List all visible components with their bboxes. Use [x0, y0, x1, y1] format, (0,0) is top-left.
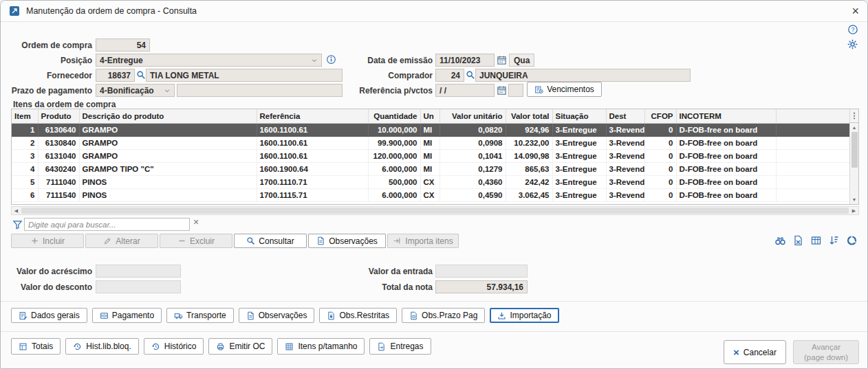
cell-quantidade: 500,000 — [368, 175, 420, 188]
cell-descricao-do-produto: GRAMPO — [79, 123, 257, 136]
importa-itens-button[interactable]: Importa itens — [387, 234, 459, 248]
payment-term-value: 4-Bonificação — [100, 86, 154, 96]
totais-button[interactable]: Totais — [11, 338, 61, 355]
column-options-icon[interactable]: ⋮ — [850, 109, 858, 123]
cell-descricao-do-produto: PINOS — [79, 175, 257, 188]
column-header-cfop[interactable]: CFOP — [644, 109, 676, 123]
sort-icon[interactable] — [828, 235, 840, 246]
scroll-up-icon[interactable]: ▲ — [850, 123, 858, 132]
issue-date-label: Data de emissão — [296, 56, 433, 65]
tab-label: Dados gerais — [31, 311, 80, 320]
hist-lib-bloq-button[interactable]: Hist.lib.bloq. — [65, 338, 138, 355]
table-row[interactable]: 26130840GRAMPO1600.1100.6199.900,000MI0,… — [12, 136, 849, 149]
column-header-quantidade[interactable]: Quantidade — [368, 109, 420, 123]
column-header-item[interactable]: Item — [12, 109, 38, 123]
excluir-button[interactable]: Excluir — [160, 234, 232, 248]
cell-valor-unitario: 0,0820 — [440, 123, 506, 136]
horizontal-scrollbar[interactable]: ◀ ▶ — [11, 206, 859, 215]
buyer-search-icon[interactable] — [466, 70, 475, 82]
column-header-descricao-do-produto[interactable]: Descrição do produto — [79, 109, 257, 123]
filter-funnel-icon[interactable] — [12, 219, 23, 230]
entry-field[interactable] — [435, 265, 528, 278]
cell-un: CX — [420, 175, 440, 188]
binoculars-icon[interactable] — [774, 235, 786, 246]
tab-obs-prazo-pag[interactable]: Obs.Prazo Pag — [402, 308, 485, 323]
buyer-name-field[interactable]: JUNQUEIRA — [475, 69, 691, 82]
vencimentos-button[interactable]: Vencimentos — [527, 82, 602, 97]
import-tray-icon — [497, 311, 506, 320]
table-row[interactable]: 16130640GRAMPO1600.1100.6110.000,000MI0,… — [12, 123, 849, 136]
alterar-button[interactable]: Alterar — [85, 234, 158, 248]
buyer-code-field[interactable]: 24 — [435, 69, 464, 82]
column-header-valor-unitario[interactable]: Valor unitário — [440, 109, 506, 123]
supplier-label: Fornecedor — [1, 71, 92, 80]
column-header-valor-total[interactable]: Valor total — [506, 109, 552, 123]
vscroll-thumb[interactable] — [851, 132, 858, 168]
tab-importacao[interactable]: Importação — [490, 308, 558, 323]
position-dropdown[interactable]: 4-Entregue — [96, 54, 322, 67]
table-row[interactable]: 46430240GRAMPO TIPO "C"1600.1900.646.000… — [12, 162, 849, 175]
cell-item: 2 — [12, 136, 38, 149]
plus-icon — [30, 236, 39, 245]
issue-date-calendar-icon[interactable] — [497, 55, 507, 67]
hscroll-thumb[interactable] — [21, 208, 849, 214]
due-reference-field[interactable]: / / — [435, 84, 495, 97]
tab-observacoes[interactable]: Observações — [239, 308, 315, 323]
settings-gear-icon[interactable] — [847, 38, 858, 52]
cell-referencia: 1600.1100.61 — [257, 149, 368, 162]
tab-transporte[interactable]: Transporte — [166, 308, 234, 323]
advance-label: Avançar — [812, 342, 840, 353]
donut-chart-icon[interactable] — [846, 235, 858, 246]
table-row[interactable]: 36131040GRAMPO1600.1100.61120.000,000MI0… — [12, 149, 849, 162]
order-field[interactable]: 54 — [96, 38, 150, 52]
vertical-scrollbar[interactable]: ⋮ ▲ ▼ — [849, 109, 858, 204]
cell-dest: 3-Revenda — [606, 123, 644, 136]
due-reference-calendar-icon[interactable] — [497, 85, 507, 98]
emitir-oc-button[interactable]: Emitir OC — [208, 338, 272, 355]
table-view-icon[interactable] — [810, 235, 822, 246]
scroll-left-icon[interactable]: ◀ — [12, 208, 21, 214]
search-input[interactable] — [24, 218, 190, 231]
cell-un: MI — [420, 123, 440, 136]
consultar-button[interactable]: Consultar — [234, 234, 307, 248]
cell-referencia: 1700.1110.71 — [257, 175, 368, 188]
column-header-situacao[interactable]: Situação — [552, 109, 606, 123]
increase-field[interactable] — [96, 265, 181, 278]
observacoes-button[interactable]: Observações — [308, 234, 386, 248]
column-header-dest[interactable]: Dest — [606, 109, 644, 123]
due-reference-extra-field[interactable] — [508, 84, 523, 97]
help-icon[interactable]: ? — [847, 24, 858, 37]
clear-search-icon[interactable]: × — [193, 216, 199, 227]
cell-situacao: 3-Entregue — [552, 188, 606, 201]
column-header-un[interactable]: Un — [420, 109, 440, 123]
scroll-right-icon[interactable]: ▶ — [849, 208, 858, 214]
entregas-button[interactable]: Entregas — [369, 338, 431, 355]
cancel-button[interactable]: × Cancelar — [724, 340, 786, 364]
advance-button[interactable]: Avançar (page down) — [793, 340, 859, 364]
xls-export-icon[interactable] — [792, 235, 804, 246]
itens-p-tamanho-button[interactable]: Itens p/tamanho — [277, 338, 365, 355]
supplier-search-icon[interactable] — [136, 70, 146, 82]
table-row[interactable]: 67111540PINOS1700.1115.716.000,000CX0,45… — [12, 188, 849, 201]
issue-date-field[interactable]: 11/10/2023 — [435, 54, 495, 67]
cell-valor-unitario: 0,0908 — [440, 136, 506, 149]
discount-field[interactable] — [96, 280, 181, 293]
column-header-incoterm[interactable]: INCOTERM — [676, 109, 776, 123]
close-icon[interactable]: × — [851, 5, 859, 17]
cell-valor-unitario: 0,4360 — [440, 175, 506, 188]
table-row[interactable]: 57111040PINOS1700.1110.71500,000CX0,4360… — [12, 175, 849, 188]
window-title: Manutenção da ordem de compra - Consulta — [26, 6, 197, 16]
scroll-down-icon[interactable]: ▼ — [850, 195, 858, 204]
tab-dados-gerais[interactable]: Dados gerais — [11, 308, 87, 323]
tab-label: Obs.Restritas — [339, 311, 389, 320]
incluir-button[interactable]: Incluir — [11, 234, 84, 248]
supplier-code-field[interactable]: 18637 — [96, 69, 135, 82]
column-header-referencia[interactable]: Referência — [257, 109, 368, 123]
cell-filler — [776, 162, 849, 175]
payment-term-dropdown[interactable]: 4-Bonificação — [96, 84, 175, 97]
historico-button[interactable]: Histórico — [144, 338, 204, 355]
tab-pagamento[interactable]: Pagamento — [92, 308, 162, 323]
column-header-produto[interactable]: Produto — [38, 109, 79, 123]
tab-obs-restritas[interactable]: Obs.Restritas — [319, 308, 397, 323]
cell-quantidade: 6.000,000 — [368, 162, 420, 175]
